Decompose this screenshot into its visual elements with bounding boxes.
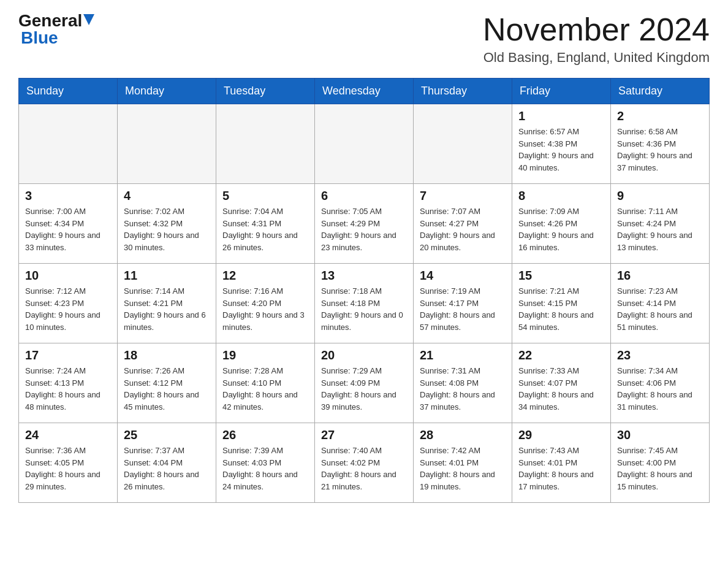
calendar-cell: 29Sunrise: 7:43 AMSunset: 4:01 PMDayligh… xyxy=(512,423,611,503)
day-info: Sunrise: 7:09 AMSunset: 4:26 PMDaylight:… xyxy=(518,205,604,253)
calendar-cell: 17Sunrise: 7:24 AMSunset: 4:13 PMDayligh… xyxy=(19,343,118,423)
calendar-cell: 18Sunrise: 7:26 AMSunset: 4:12 PMDayligh… xyxy=(118,343,216,423)
calendar-cell: 16Sunrise: 7:23 AMSunset: 4:14 PMDayligh… xyxy=(611,264,710,343)
day-info: Sunrise: 7:07 AMSunset: 4:27 PMDaylight:… xyxy=(420,205,506,253)
day-number: 16 xyxy=(617,269,703,283)
location-title: Old Basing, England, United Kingdom xyxy=(483,50,710,66)
weekday-header-friday: Friday xyxy=(512,79,611,104)
day-number: 29 xyxy=(518,428,604,442)
day-number: 10 xyxy=(25,269,111,283)
day-info: Sunrise: 7:21 AMSunset: 4:15 PMDaylight:… xyxy=(518,285,604,333)
week-row-5: 24Sunrise: 7:36 AMSunset: 4:05 PMDayligh… xyxy=(19,423,710,503)
weekday-header-row: SundayMondayTuesdayWednesdayThursdayFrid… xyxy=(19,79,710,104)
calendar-cell: 10Sunrise: 7:12 AMSunset: 4:23 PMDayligh… xyxy=(19,264,118,343)
day-number: 18 xyxy=(124,348,210,362)
day-info: Sunrise: 6:58 AMSunset: 4:36 PMDaylight:… xyxy=(617,126,703,174)
calendar-cell: 14Sunrise: 7:19 AMSunset: 4:17 PMDayligh… xyxy=(414,264,512,343)
logo-blue-text: Blue xyxy=(21,29,58,47)
day-number: 14 xyxy=(420,269,506,283)
calendar-cell: 28Sunrise: 7:42 AMSunset: 4:01 PMDayligh… xyxy=(414,423,512,503)
day-info: Sunrise: 7:31 AMSunset: 4:08 PMDaylight:… xyxy=(420,365,506,413)
weekday-header-thursday: Thursday xyxy=(414,79,512,104)
day-number: 23 xyxy=(617,348,703,362)
day-number: 28 xyxy=(420,428,506,442)
weekday-header-tuesday: Tuesday xyxy=(216,79,315,104)
calendar-cell: 24Sunrise: 7:36 AMSunset: 4:05 PMDayligh… xyxy=(19,423,118,503)
calendar-cell: 4Sunrise: 7:02 AMSunset: 4:32 PMDaylight… xyxy=(118,184,216,264)
day-info: Sunrise: 7:43 AMSunset: 4:01 PMDaylight:… xyxy=(518,445,604,492)
day-number: 13 xyxy=(321,269,407,283)
calendar-cell: 15Sunrise: 7:21 AMSunset: 4:15 PMDayligh… xyxy=(512,264,611,343)
day-info: Sunrise: 7:28 AMSunset: 4:10 PMDaylight:… xyxy=(222,365,308,413)
weekday-header-monday: Monday xyxy=(118,79,216,104)
day-info: Sunrise: 7:00 AMSunset: 4:34 PMDaylight:… xyxy=(25,205,111,253)
calendar-cell: 9Sunrise: 7:11 AMSunset: 4:24 PMDaylight… xyxy=(611,184,710,264)
weekday-header-wednesday: Wednesday xyxy=(315,79,414,104)
calendar-cell xyxy=(19,104,118,184)
day-info: Sunrise: 7:29 AMSunset: 4:09 PMDaylight:… xyxy=(321,365,407,413)
week-row-4: 17Sunrise: 7:24 AMSunset: 4:13 PMDayligh… xyxy=(19,343,710,423)
svg-marker-0 xyxy=(83,14,94,25)
calendar-cell: 11Sunrise: 7:14 AMSunset: 4:21 PMDayligh… xyxy=(118,264,216,343)
day-number: 24 xyxy=(25,428,111,442)
day-number: 8 xyxy=(518,189,604,203)
calendar-cell: 30Sunrise: 7:45 AMSunset: 4:00 PMDayligh… xyxy=(611,423,710,503)
day-number: 7 xyxy=(420,189,506,203)
day-info: Sunrise: 7:23 AMSunset: 4:14 PMDaylight:… xyxy=(617,285,703,333)
day-info: Sunrise: 7:36 AMSunset: 4:05 PMDaylight:… xyxy=(25,445,111,492)
day-info: Sunrise: 7:14 AMSunset: 4:21 PMDaylight:… xyxy=(124,285,210,333)
calendar-cell: 12Sunrise: 7:16 AMSunset: 4:20 PMDayligh… xyxy=(216,264,315,343)
day-number: 21 xyxy=(420,348,506,362)
day-info: Sunrise: 7:02 AMSunset: 4:32 PMDaylight:… xyxy=(124,205,210,253)
day-info: Sunrise: 7:26 AMSunset: 4:12 PMDaylight:… xyxy=(124,365,210,413)
day-number: 30 xyxy=(617,428,703,442)
calendar-cell: 26Sunrise: 7:39 AMSunset: 4:03 PMDayligh… xyxy=(216,423,315,503)
calendar-cell xyxy=(414,104,512,184)
day-number: 17 xyxy=(25,348,111,362)
day-number: 6 xyxy=(321,189,407,203)
day-number: 5 xyxy=(222,189,308,203)
calendar-cell: 6Sunrise: 7:05 AMSunset: 4:29 PMDaylight… xyxy=(315,184,414,264)
day-number: 26 xyxy=(222,428,308,442)
day-info: Sunrise: 7:24 AMSunset: 4:13 PMDaylight:… xyxy=(25,365,111,413)
weekday-header-sunday: Sunday xyxy=(19,79,118,104)
calendar-cell xyxy=(216,104,315,184)
day-info: Sunrise: 7:39 AMSunset: 4:03 PMDaylight:… xyxy=(222,445,308,492)
month-title: November 2024 xyxy=(483,12,710,47)
calendar-cell xyxy=(315,104,414,184)
calendar-cell: 25Sunrise: 7:37 AMSunset: 4:04 PMDayligh… xyxy=(118,423,216,503)
day-number: 27 xyxy=(321,428,407,442)
calendar-cell: 21Sunrise: 7:31 AMSunset: 4:08 PMDayligh… xyxy=(414,343,512,423)
calendar-cell: 13Sunrise: 7:18 AMSunset: 4:18 PMDayligh… xyxy=(315,264,414,343)
title-section: November 2024 Old Basing, England, Unite… xyxy=(483,12,710,66)
day-info: Sunrise: 6:57 AMSunset: 4:38 PMDaylight:… xyxy=(518,126,604,174)
calendar-cell: 8Sunrise: 7:09 AMSunset: 4:26 PMDaylight… xyxy=(512,184,611,264)
day-number: 20 xyxy=(321,348,407,362)
day-number: 2 xyxy=(617,109,703,123)
day-number: 3 xyxy=(25,189,111,203)
calendar-cell: 5Sunrise: 7:04 AMSunset: 4:31 PMDaylight… xyxy=(216,184,315,264)
day-number: 11 xyxy=(124,269,210,283)
day-number: 1 xyxy=(518,109,604,123)
day-info: Sunrise: 7:19 AMSunset: 4:17 PMDaylight:… xyxy=(420,285,506,333)
day-info: Sunrise: 7:18 AMSunset: 4:18 PMDaylight:… xyxy=(321,285,407,333)
calendar-cell: 7Sunrise: 7:07 AMSunset: 4:27 PMDaylight… xyxy=(414,184,512,264)
week-row-1: 1Sunrise: 6:57 AMSunset: 4:38 PMDaylight… xyxy=(19,104,710,184)
calendar-cell: 19Sunrise: 7:28 AMSunset: 4:10 PMDayligh… xyxy=(216,343,315,423)
day-number: 9 xyxy=(617,189,703,203)
calendar-cell xyxy=(118,104,216,184)
calendar-cell: 20Sunrise: 7:29 AMSunset: 4:09 PMDayligh… xyxy=(315,343,414,423)
day-info: Sunrise: 7:37 AMSunset: 4:04 PMDaylight:… xyxy=(124,445,210,492)
logo-general-text: General xyxy=(18,12,82,29)
week-row-2: 3Sunrise: 7:00 AMSunset: 4:34 PMDaylight… xyxy=(19,184,710,264)
weekday-header-saturday: Saturday xyxy=(611,79,710,104)
calendar-cell: 2Sunrise: 6:58 AMSunset: 4:36 PMDaylight… xyxy=(611,104,710,184)
week-row-3: 10Sunrise: 7:12 AMSunset: 4:23 PMDayligh… xyxy=(19,264,710,343)
calendar-cell: 23Sunrise: 7:34 AMSunset: 4:06 PMDayligh… xyxy=(611,343,710,423)
day-info: Sunrise: 7:04 AMSunset: 4:31 PMDaylight:… xyxy=(222,205,308,253)
day-info: Sunrise: 7:40 AMSunset: 4:02 PMDaylight:… xyxy=(321,445,407,492)
day-number: 25 xyxy=(124,428,210,442)
day-info: Sunrise: 7:45 AMSunset: 4:00 PMDaylight:… xyxy=(617,445,703,492)
calendar-cell: 22Sunrise: 7:33 AMSunset: 4:07 PMDayligh… xyxy=(512,343,611,423)
page-header: General Blue November 2024 Old Basing, E… xyxy=(18,12,710,66)
